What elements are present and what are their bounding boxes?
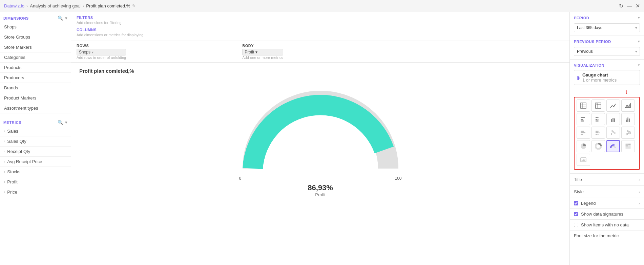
metric-stocks-label: Stocks [7,169,20,174]
sidebar-item-producers[interactable]: Producers [0,73,71,83]
metric-receipt-qty[interactable]: › Receipt Qty [0,147,71,157]
show-no-data-label[interactable]: Show items with no data [581,222,629,227]
metric-avg-receipt[interactable]: › Avg Receipt Price [0,157,71,167]
title-option[interactable]: Title › [570,174,644,186]
minimize-button[interactable]: — [627,3,632,9]
rows-section: ROWS Shops ▾ Add rows in order of unfold… [77,44,126,60]
viz-expand-chevron[interactable]: ▾ [638,63,640,67]
svg-rect-48 [625,147,631,149]
refresh-button[interactable]: ↻ [619,3,623,9]
svg-marker-8 [625,104,630,108]
period-chevron: ▾ [638,16,640,20]
chevron-icon: › [4,139,5,143]
sidebar-item-store-markers[interactable]: Store Markers [0,42,71,52]
stacked-col-btn[interactable] [621,113,635,125]
horiz-stacked-btn[interactable] [591,127,605,139]
svg-point-39 [611,130,613,132]
sidebar-item-store-groups[interactable]: Store Groups [0,32,71,42]
svg-rect-34 [596,134,597,135]
sidebar-item-shops[interactable]: Shops [0,22,71,32]
viz-current[interactable]: ◗ Gauge chart 1 or more metrics [574,70,640,85]
table-btn[interactable] [577,100,590,112]
chart-area: Profit plan comleted,% 0 100 86,93% Prof… [71,63,569,265]
treemap-btn[interactable] [621,140,635,152]
svg-text:123: 123 [581,159,585,161]
svg-rect-45 [625,143,628,147]
show-signatures-label[interactable]: Show data signatures [581,212,623,217]
rows-tag[interactable]: Shops ▾ [77,49,126,56]
svg-rect-15 [597,119,599,120]
sidebar-item-products[interactable]: Products [0,63,71,73]
show-no-data-checkbox[interactable] [574,223,578,227]
breadcrumb-datawiz[interactable]: Datawiz.io [4,3,24,8]
prev-period-chevron: ▾ [638,39,640,44]
pivot-btn[interactable] [591,100,605,112]
dimensions-search-icon[interactable]: 🔍 [58,16,63,21]
breadcrumb-analysis[interactable]: Analysis of achieving goal [30,3,81,8]
metric-sales[interactable]: › Sales [0,126,71,136]
main-container: DIMENSIONS 🔍 ▾ Shops Store Groups Store … [0,12,644,265]
metrics-search-icon[interactable]: 🔍 [58,120,63,125]
legend-checkbox[interactable] [574,201,578,205]
metric-sales-qty[interactable]: › Sales Qty [0,136,71,147]
line-chart-btn[interactable] [606,100,620,112]
period-label: PERIOD [574,16,589,20]
viz-grid: 123 [574,97,640,170]
bar-left-btn[interactable] [577,113,590,125]
page-title: Profit plan comleted,% [86,3,130,8]
viz-row-4 [577,140,637,152]
metrics-expand-icon[interactable]: ▾ [65,120,67,125]
body-sublabel: Add one or more metrics [242,56,283,60]
body-tag-chevron: ▾ [255,50,257,54]
svg-rect-12 [596,117,598,118]
stacked-bar-btn[interactable] [591,113,605,125]
period-select[interactable]: Last 365 days Last 30 days Last 7 days C… [574,23,640,32]
legend-label[interactable]: Legend [581,201,596,206]
gauge-metric-label: Profit [315,192,325,197]
scatter-btn[interactable] [606,127,620,139]
svg-rect-22 [626,118,627,120]
sidebar-item-categories[interactable]: Categories [0,52,71,63]
metric-stocks[interactable]: › Stocks [0,167,71,177]
area-chart-btn[interactable] [621,100,635,112]
gauge-icon: ◗ [577,74,580,81]
edit-icon[interactable]: ✎ [132,3,136,8]
viz-arrow-indicator: ↓ [574,88,640,95]
right-sidebar: PERIOD ▾ Last 365 days Last 30 days Last… [569,12,644,265]
dimensions-expand-icon[interactable]: ▾ [65,16,67,21]
period-header[interactable]: PERIOD ▾ [570,12,644,23]
metric-profit[interactable]: › Profit [0,177,71,187]
style-option[interactable]: Style › [570,186,644,198]
bubble-btn[interactable] [621,127,635,139]
pie-chart-btn[interactable] [577,140,590,152]
titlebar: Datawiz.io › Analysis of achieving goal … [0,0,644,12]
chevron-icon: › [4,170,5,174]
sidebar-item-brands[interactable]: Brands [0,83,71,93]
svg-point-36 [611,133,612,135]
viz-current-name: Gauge chart [582,72,617,78]
donut-chart-btn[interactable] [591,140,605,152]
svg-rect-7 [596,103,597,105]
prev-period-header[interactable]: PREVIOUS PERIOD ▾ [570,36,644,47]
rows-tag-chevron: ▾ [92,50,94,54]
kpi-btn[interactable]: 123 [577,154,590,166]
left-sidebar: DIMENSIONS 🔍 ▾ Shops Store Groups Store … [0,12,71,265]
sidebar-item-assortment-types[interactable]: Assortment types [0,103,71,113]
viz-section: VISUALIZATION ▾ ◗ Gauge chart 1 or more … [570,60,644,174]
viz-header: VISUALIZATION ▾ [574,63,640,67]
prev-period-select[interactable]: Previous Same period last year None [574,47,640,56]
close-button[interactable]: ✕ [636,3,640,9]
dimensions-icons: 🔍 ▾ [58,16,67,21]
viz-row-2 [577,113,637,125]
show-signatures-checkbox[interactable] [574,212,578,216]
sidebar-item-product-markers[interactable]: Product Markers [0,93,71,103]
horiz-bar-btn[interactable] [577,127,590,139]
period-select-wrapper: Last 365 days Last 30 days Last 7 days C… [574,23,640,32]
svg-rect-17 [598,120,599,122]
gauge-chart-btn[interactable] [606,140,620,152]
metric-price[interactable]: › Price [0,187,71,197]
body-tag[interactable]: Profit ▾ [242,49,283,56]
col-chart-btn[interactable] [606,113,620,125]
svg-point-38 [614,132,616,134]
breadcrumb-sep1: › [26,3,28,8]
